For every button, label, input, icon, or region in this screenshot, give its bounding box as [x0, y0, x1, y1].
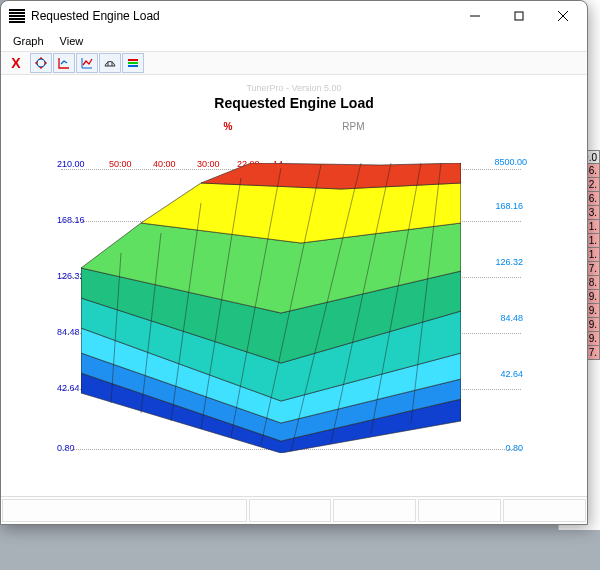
z-tick: 168.16: [495, 201, 523, 211]
close-button[interactable]: [541, 2, 585, 30]
statusbar: [1, 496, 587, 524]
x-axis-legend: RPM: [342, 121, 364, 132]
rotate-tool-button[interactable]: [30, 53, 52, 73]
window-title: Requested Engine Load: [31, 9, 453, 23]
z-tick: 42.64: [57, 383, 80, 393]
chart-title: Requested Engine Load: [1, 95, 587, 111]
z-tick: 126.32: [495, 257, 523, 267]
status-pane: [333, 499, 416, 522]
toolbar: X: [1, 51, 587, 75]
surface-plot[interactable]: 210.00 168.16 126.32 84.48 42.64 0.80 16…: [61, 151, 521, 491]
y-axis-legend: %: [223, 121, 232, 132]
color-options-button[interactable]: [122, 53, 144, 73]
status-pane: [418, 499, 501, 522]
z-tick: 0.80: [57, 443, 75, 453]
svg-rect-8: [128, 62, 138, 64]
chart-type-button[interactable]: [76, 53, 98, 73]
titlebar[interactable]: Requested Engine Load: [1, 1, 587, 31]
svg-point-4: [37, 59, 45, 67]
z-tick: 84.48: [57, 327, 80, 337]
chart-legend: % RPM: [1, 121, 587, 132]
x-tick: 8500.00: [494, 157, 527, 167]
svg-rect-1: [515, 12, 523, 20]
z-tick: 84.48: [500, 313, 523, 323]
svg-rect-7: [128, 59, 138, 61]
maximize-button[interactable]: [497, 2, 541, 30]
minimize-button[interactable]: [453, 2, 497, 30]
version-label: TunerPro - Version 5.00: [1, 83, 587, 93]
graph-window: Requested Engine Load Graph View X: [0, 0, 588, 525]
close-graph-button[interactable]: X: [5, 53, 27, 73]
menu-graph[interactable]: Graph: [5, 33, 52, 49]
status-pane: [249, 499, 332, 522]
axis-tool-button[interactable]: [53, 53, 75, 73]
wireframe-button[interactable]: [99, 53, 121, 73]
svg-rect-9: [128, 65, 138, 67]
surface-mesh: [81, 163, 461, 453]
chart-area[interactable]: TunerPro - Version 5.00 Requested Engine…: [1, 75, 587, 496]
z-tick: 42.64: [500, 369, 523, 379]
app-icon: [9, 9, 25, 23]
menubar: Graph View: [1, 31, 587, 51]
menu-view[interactable]: View: [52, 33, 92, 49]
status-pane: [503, 499, 586, 522]
status-pane: [2, 499, 247, 522]
z-tick: 0.80: [505, 443, 523, 453]
